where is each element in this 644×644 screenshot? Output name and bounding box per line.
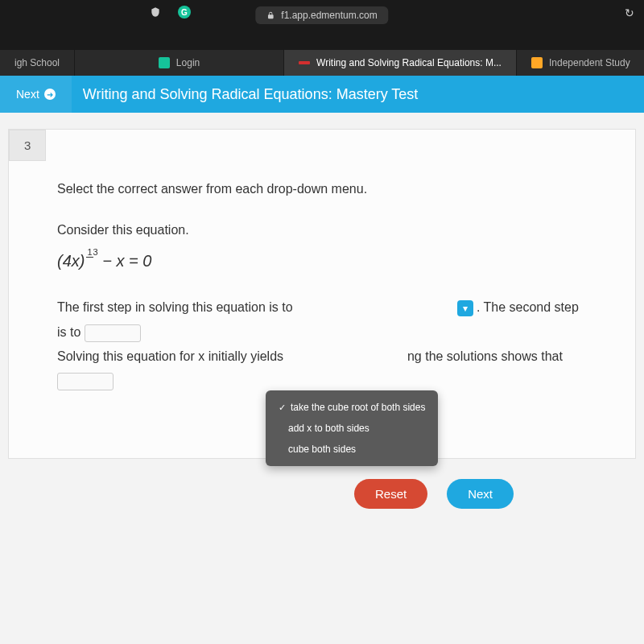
url-text: f1.app.edmentum.com	[281, 10, 377, 21]
browser-chrome: G f1.app.edmentum.com ↻	[0, 0, 644, 50]
dropdown-option-cube-both[interactable]: cube both sides	[266, 439, 438, 460]
url-bar[interactable]: f1.app.edmentum.com	[255, 6, 388, 24]
content-area: 3 Select the correct answer from each dr…	[0, 113, 644, 644]
favicon-icon	[159, 57, 170, 68]
question-number: 3	[9, 130, 46, 161]
browser-tabs: igh School Login Writing and Solving Rad…	[0, 50, 644, 76]
lock-icon	[266, 10, 275, 20]
page-title: Writing and Solving Radical Equations: M…	[72, 86, 419, 103]
tab-writing-solving[interactable]: Writing and Solving Radical Equations: M…	[284, 50, 517, 76]
page-header: Next ➜ Writing and Solving Radical Equat…	[0, 76, 644, 113]
dropdown-field-2[interactable]	[85, 324, 141, 342]
tab-high-school[interactable]: igh School	[0, 50, 75, 76]
header-next-button[interactable]: Next ➜	[0, 76, 72, 113]
favicon-icon	[299, 57, 310, 68]
tab-login[interactable]: Login	[75, 50, 284, 76]
dropdown-field-4[interactable]	[57, 373, 114, 390]
refresh-icon[interactable]: ↻	[625, 6, 634, 19]
grammarly-icon[interactable]: G	[178, 6, 191, 19]
problem-text: The first step in solving this equation …	[57, 295, 587, 394]
dropdown-menu: take the cube root of both sides add x t…	[266, 390, 438, 466]
next-button[interactable]: Next	[447, 479, 514, 509]
reset-button[interactable]: Reset	[354, 479, 427, 509]
instruction-text: Select the correct answer from each drop…	[57, 178, 587, 200]
shield-icon[interactable]	[149, 6, 162, 19]
favicon-icon	[531, 57, 543, 68]
buttons-row: Reset Next	[354, 479, 514, 509]
chevron-right-icon: ➜	[44, 89, 56, 100]
dropdown-toggle-1[interactable]: ▾	[457, 300, 473, 316]
equation: (4x)13 − x = 0	[57, 247, 587, 275]
dropdown-option-add-x[interactable]: add x to both sides	[266, 418, 438, 439]
consider-text: Consider this equation.	[57, 219, 587, 241]
tab-independent-study[interactable]: Independent Study	[517, 50, 644, 76]
dropdown-option-cube-root[interactable]: take the cube root of both sides	[266, 397, 438, 418]
